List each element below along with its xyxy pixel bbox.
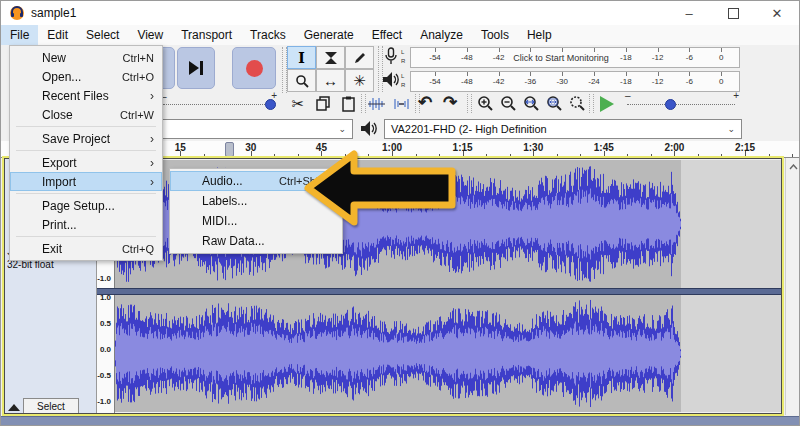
file-menu-item-exit[interactable]: ExitCtrl+Q bbox=[10, 239, 162, 258]
playback-device-icon[interactable] bbox=[360, 120, 378, 137]
ibeam-icon: I bbox=[298, 50, 305, 66]
menubar-item-generate[interactable]: Generate bbox=[295, 25, 363, 45]
draw-tool-button[interactable] bbox=[345, 46, 374, 69]
meter-tick bbox=[562, 48, 563, 52]
vertical-scrollbar[interactable] bbox=[785, 158, 800, 415]
meter-monitoring-message[interactable]: Click to Start Monitoring bbox=[513, 53, 609, 63]
waveform-channel-right[interactable] bbox=[115, 295, 681, 412]
paste-button[interactable] bbox=[336, 93, 360, 114]
play-at-speed-button[interactable] bbox=[595, 93, 619, 114]
horizontal-scrollbar[interactable] bbox=[1, 416, 800, 426]
zoom-in-button[interactable] bbox=[473, 93, 497, 114]
meter-tick bbox=[721, 72, 722, 76]
meter-scale-label: -12 bbox=[652, 53, 664, 62]
menu-item-label: Page Setup... bbox=[42, 199, 115, 213]
file-menu-item-new[interactable]: NewCtrl+N bbox=[10, 48, 162, 67]
timeline-tick bbox=[298, 154, 299, 157]
device-dropdown[interactable]: VA2201-FHD (2- High Definition ⌄ bbox=[384, 119, 742, 139]
meter-scale-label: 0 bbox=[719, 77, 723, 86]
zoom-toggle-button[interactable] bbox=[565, 93, 589, 114]
speaker-icon[interactable] bbox=[382, 71, 400, 88]
import-menu-item-raw-data[interactable]: Raw Data... bbox=[170, 231, 342, 251]
playback-speed-slider[interactable]: – + bbox=[623, 93, 741, 115]
file-menu-item-page-setup[interactable]: Page Setup... bbox=[10, 196, 162, 215]
zoom-out-icon bbox=[500, 95, 517, 112]
menubar-item-transport[interactable]: Transport bbox=[172, 25, 241, 45]
meter-scale-label: -18 bbox=[620, 53, 632, 62]
record-button[interactable] bbox=[232, 47, 276, 89]
collapse-track-icon[interactable] bbox=[8, 404, 20, 411]
menubar-item-tools[interactable]: Tools bbox=[472, 25, 518, 45]
timeline-label: 15 bbox=[175, 142, 186, 153]
meter-tick bbox=[594, 48, 595, 52]
zoom-fit-project-button[interactable] bbox=[542, 93, 566, 114]
volume-slider[interactable]: – + bbox=[159, 93, 281, 115]
annotation-arrow-icon bbox=[302, 149, 458, 227]
meter-tick bbox=[626, 72, 627, 76]
file-menu-item-recent-files[interactable]: Recent Files› bbox=[10, 86, 162, 105]
track-select-button[interactable]: Select bbox=[23, 398, 79, 414]
undo-button[interactable]: ↶ bbox=[413, 92, 437, 113]
empty-track-area-right[interactable] bbox=[681, 295, 782, 412]
timeline-pin-marker[interactable] bbox=[225, 142, 234, 157]
envelope-tool-button[interactable] bbox=[316, 46, 345, 69]
microphone-icon[interactable] bbox=[384, 47, 398, 66]
scroll-up-button[interactable] bbox=[786, 159, 800, 175]
skip-to-end-button[interactable] bbox=[177, 47, 215, 89]
menubar-item-edit[interactable]: Edit bbox=[38, 25, 77, 45]
menubar-item-view[interactable]: View bbox=[128, 25, 172, 45]
file-menu-item-print[interactable]: Print... bbox=[10, 215, 162, 234]
meter-scale-label: -12 bbox=[652, 77, 664, 86]
time-shift-tool-button[interactable]: ↔ bbox=[316, 69, 345, 92]
menu-item-label: Raw Data... bbox=[202, 234, 265, 248]
file-menu-item-export[interactable]: Export› bbox=[10, 153, 162, 172]
zoom-selection-button[interactable] bbox=[519, 93, 543, 114]
menu-item-shortcut: Ctrl+O bbox=[122, 71, 154, 83]
copy-button[interactable] bbox=[311, 93, 335, 114]
device-dropdown-value: VA2201-FHD (2- High Definition bbox=[391, 123, 547, 135]
meter-tick bbox=[499, 72, 500, 76]
cut-button[interactable]: ✂ bbox=[286, 93, 310, 114]
meter-tick bbox=[658, 48, 659, 52]
minimize-button[interactable]: – bbox=[667, 1, 711, 25]
maximize-button[interactable] bbox=[711, 1, 755, 25]
menu-item-label: Print... bbox=[42, 218, 77, 232]
chevron-up-icon bbox=[789, 164, 798, 170]
zoom-tool-button[interactable] bbox=[287, 69, 316, 92]
menubar-item-select[interactable]: Select bbox=[77, 25, 128, 45]
menubar-item-file[interactable]: File bbox=[1, 25, 38, 45]
menubar-item-effect[interactable]: Effect bbox=[363, 25, 411, 45]
close-button[interactable]: ✕ bbox=[755, 1, 799, 25]
host-dropdown[interactable]: ⌄ bbox=[161, 119, 353, 139]
menu-item-shortcut: Ctrl+Q bbox=[122, 243, 154, 255]
multi-tool-button[interactable]: ✳ bbox=[345, 69, 374, 92]
zoom-selection-icon bbox=[523, 95, 540, 112]
menubar-item-tracks[interactable]: Tracks bbox=[241, 25, 295, 45]
menu-separator bbox=[16, 126, 156, 127]
speed-slider-thumb[interactable] bbox=[665, 99, 676, 110]
audacity-logo-icon bbox=[9, 5, 25, 21]
menu-item-label: Audio... bbox=[202, 174, 243, 188]
file-menu-item-open[interactable]: Open...Ctrl+O bbox=[10, 67, 162, 86]
meter-tick bbox=[530, 48, 531, 52]
file-menu-item-import[interactable]: Import› bbox=[10, 172, 162, 191]
file-menu-item-save-project[interactable]: Save Project› bbox=[10, 129, 162, 148]
recording-meter[interactable]: -54-48-42-18-12-60Click to Start Monitor… bbox=[410, 47, 740, 68]
redo-button[interactable]: ↷ bbox=[438, 92, 462, 113]
meter-scale-label: -24 bbox=[588, 77, 600, 86]
menubar-item-help[interactable]: Help bbox=[518, 25, 561, 45]
meter-tick bbox=[467, 72, 468, 76]
zoom-out-button[interactable] bbox=[496, 93, 520, 114]
file-menu-item-close[interactable]: CloseCtrl+W bbox=[10, 105, 162, 124]
silence-audio-button[interactable] bbox=[390, 93, 414, 114]
meter-tick bbox=[658, 72, 659, 76]
meter-scale-label: -48 bbox=[461, 53, 473, 62]
volume-slider-thumb[interactable] bbox=[265, 99, 276, 110]
trim-audio-button[interactable] bbox=[365, 93, 389, 114]
selection-tool-button[interactable]: I bbox=[287, 46, 316, 69]
speed-minus-label: – bbox=[625, 90, 631, 101]
meter-tick bbox=[435, 72, 436, 76]
playback-meter[interactable]: -54-48-42-36-30-24-18-12-60 bbox=[410, 71, 740, 92]
empty-track-area-left[interactable] bbox=[681, 160, 782, 288]
menubar-item-analyze[interactable]: Analyze bbox=[411, 25, 472, 45]
